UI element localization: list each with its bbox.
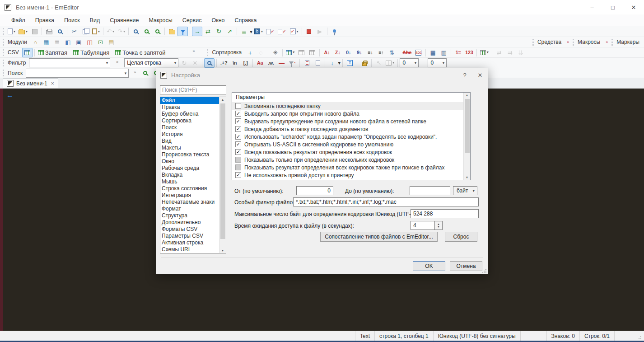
category-invisible-chars[interactable]: Непечатаемые знаки — [160, 199, 226, 206]
category-history[interactable]: История — [160, 131, 226, 138]
delete-duplicates-button[interactable]: Abc — [401, 48, 413, 57]
column-edit-button[interactable] — [296, 48, 307, 57]
menu-help[interactable]: Справка — [229, 14, 261, 26]
checkbox[interactable] — [235, 149, 241, 155]
category-integration[interactable]: Интеграция — [160, 192, 226, 199]
menu-search[interactable]: Поиск — [59, 14, 85, 26]
back-arrow-icon[interactable]: ← — [6, 91, 14, 99]
unmatched-lines-button[interactable] — [313, 58, 323, 68]
checkbox[interactable] — [235, 141, 241, 147]
options-scrollbar[interactable]: ▲ ▼ — [463, 93, 470, 180]
settings-search-input[interactable] — [160, 85, 226, 94]
from-input[interactable] — [296, 186, 333, 195]
convert-button-1[interactable]: ⇄ — [494, 48, 504, 57]
find-in-files-button[interactable] — [167, 27, 177, 36]
status-encoding[interactable]: Юникод (UTF-8) без сигнатуры — [433, 331, 520, 341]
category-mouse[interactable]: Мышь — [160, 178, 226, 185]
module-icon-4[interactable]: ◧ — [63, 37, 73, 47]
select-pointer-button[interactable]: ↖ — [373, 58, 384, 68]
menu-tools[interactable]: Сервис — [177, 14, 207, 26]
checkbox[interactable] — [235, 111, 241, 117]
sort-add-button[interactable]: ＋ — [245, 48, 255, 57]
abc-box-button[interactable]: abc — [413, 48, 424, 57]
option-show-result-find-in-files[interactable]: Показывать результат определения всех ко… — [232, 164, 470, 171]
close-button[interactable]: ✕ — [623, 0, 644, 14]
record-macro-button[interactable] — [304, 27, 314, 36]
category-clipboard[interactable]: Буфер обмена — [160, 111, 226, 117]
undo-button[interactable]: ↶▾ — [105, 27, 116, 36]
toolbar-grip[interactable] — [3, 39, 4, 46]
scroll-down-icon[interactable]: ▼ — [466, 176, 469, 179]
outline-button[interactable]: ≣ — [239, 27, 249, 36]
search-previous-button[interactable] — [140, 68, 150, 78]
category-view[interactable]: Вид — [160, 138, 226, 145]
macro-select-button[interactable]: ✓ — [276, 27, 288, 36]
search-input[interactable]: ▾ — [26, 69, 129, 78]
new-file-button[interactable]: ▾ — [6, 27, 17, 36]
category-search[interactable]: Поиск — [160, 124, 226, 131]
option-use-uchardet[interactable]: Использовать "uchardet" когда задан пара… — [232, 133, 470, 141]
ruler-button[interactable]: 123 — [464, 48, 475, 57]
category-uri-schemes[interactable]: Схемы URI — [160, 246, 226, 253]
quick-macro-wand-button[interactable]: ✳ — [270, 48, 280, 57]
cancel-button[interactable]: Отмена — [450, 261, 482, 271]
sort-ascending-numbers-button[interactable]: 0↓ — [343, 48, 354, 57]
toolbar-grip[interactable] — [207, 49, 208, 56]
option-show-only-multiple-encodings[interactable]: Показывать только при определении нескол… — [232, 156, 470, 164]
sort-length-desc-button[interactable]: ≡↑ — [376, 48, 386, 57]
category-text-rendering[interactable]: Прорисовка текста — [160, 151, 226, 158]
scroll-thumb[interactable] — [220, 103, 225, 239]
sort-descending-numbers-button[interactable]: 9↓ — [354, 48, 364, 57]
category-file[interactable]: Файл — [160, 97, 226, 104]
ok-button[interactable]: OK — [413, 261, 445, 271]
filter-input[interactable]: ▾ — [29, 58, 110, 67]
find-previous-button[interactable] — [152, 27, 163, 36]
toolbar-grip[interactable] — [532, 39, 534, 46]
sort-disable-button[interactable]: ◌ — [256, 48, 266, 57]
print-preview-button[interactable] — [55, 27, 65, 36]
match-case-button[interactable]: Aa — [255, 58, 265, 68]
filter-mode-combo[interactable]: Целая строка▾ — [124, 58, 178, 67]
run-macro-button[interactable]: ▶ — [315, 27, 325, 36]
macro-edit-button[interactable]: ✓ — [265, 27, 276, 36]
csv-semicolon-button[interactable]: Точка с запятой — [114, 48, 169, 57]
open-file-button[interactable]: ▾ — [17, 27, 29, 36]
status-char-count[interactable]: Знаков: 0 — [546, 331, 579, 341]
scroll-up-icon[interactable]: ▲ — [466, 94, 469, 97]
category-window[interactable]: Окно — [160, 158, 226, 165]
pin-button[interactable] — [329, 27, 340, 36]
reset-button[interactable]: Сброс — [445, 232, 477, 242]
tab-untitled-1[interactable]: Без имени-1 × — [3, 78, 58, 88]
sort-za-button[interactable]: Z↓ — [332, 48, 343, 57]
category-csv-formats[interactable]: Форматы CSV — [160, 226, 226, 233]
panel-button[interactable]: ▾ — [384, 58, 396, 68]
max-bytes-input[interactable] — [411, 209, 479, 218]
toolbar-grip[interactable] — [3, 70, 4, 76]
encoding-button[interactable]: b▾ — [253, 27, 264, 36]
filter-refresh-button[interactable]: ↻ — [179, 58, 189, 68]
dialog-resize-grip[interactable] — [482, 268, 487, 273]
module-icon-6[interactable]: ◫ — [84, 37, 95, 47]
category-advanced[interactable]: Дополнительно — [160, 219, 226, 226]
overflow-chevron-icon[interactable]: » — [192, 49, 195, 53]
csv-nav-right-button[interactable]: → — [192, 27, 202, 36]
option-no-direct-printer-access[interactable]: Не использовать прямой доступ к принтеру — [232, 171, 470, 179]
category-edit[interactable]: Правка — [160, 104, 226, 111]
module-icon-8[interactable]: ▤ — [106, 37, 117, 47]
dialog-help-button[interactable]: ? — [457, 68, 472, 82]
csv-nav-reload-button[interactable]: ↻ — [214, 27, 224, 36]
csv-comma-button[interactable]: Запятая — [37, 48, 71, 57]
checkbox[interactable] — [235, 126, 241, 132]
menu-file[interactable]: Файл — [6, 14, 30, 26]
cut-button[interactable]: ✂ — [69, 27, 79, 36]
category-workspace[interactable]: Рабочая среда — [160, 165, 226, 172]
find-next-button[interactable] — [141, 27, 152, 36]
minimize-button[interactable]: – — [582, 0, 602, 14]
file-filter-input[interactable] — [293, 197, 479, 206]
category-format[interactable]: Формат — [160, 206, 226, 212]
category-sort[interactable]: Сортировка — [160, 117, 226, 124]
save-button[interactable] — [29, 27, 40, 36]
filter-toolbar-toggle[interactable] — [177, 27, 188, 36]
module-icon-3[interactable]: ≣ — [52, 37, 62, 47]
module-icon-7[interactable]: ⊡ — [95, 37, 106, 47]
